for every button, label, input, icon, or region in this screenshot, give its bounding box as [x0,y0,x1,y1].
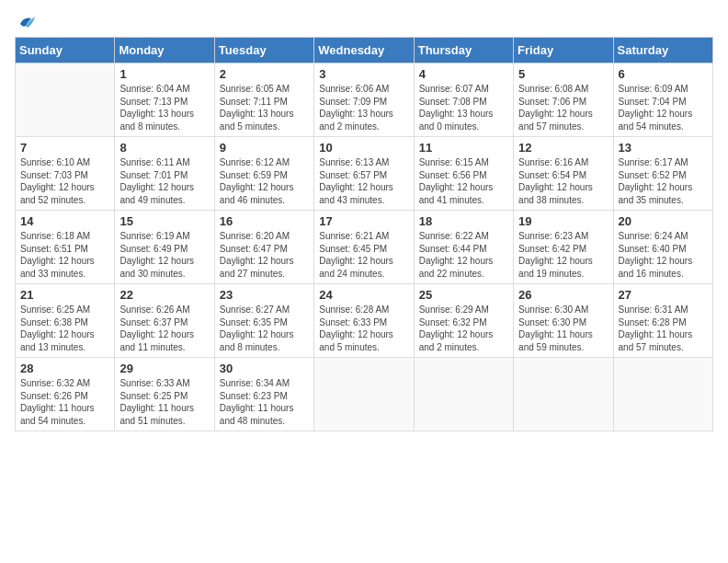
cell-info: Sunrise: 6:31 AM Sunset: 6:28 PM Dayligh… [619,304,708,353]
day-number: 25 [419,288,508,302]
page-header [15,15,713,29]
calendar-week-row: 14Sunrise: 6:18 AM Sunset: 6:51 PM Dayli… [16,211,713,284]
cell-info: Sunrise: 6:07 AM Sunset: 7:08 PM Dayligh… [419,83,508,132]
cell-info: Sunrise: 6:28 AM Sunset: 6:33 PM Dayligh… [319,304,408,353]
day-number: 27 [619,288,708,302]
calendar-cell [16,63,115,137]
day-number: 19 [518,214,608,228]
calendar-cell: 8Sunrise: 6:11 AM Sunset: 7:01 PM Daylig… [115,137,214,211]
calendar-week-row: 21Sunrise: 6:25 AM Sunset: 6:38 PM Dayli… [16,284,713,358]
calendar-cell: 19Sunrise: 6:23 AM Sunset: 6:42 PM Dayli… [514,211,613,284]
cell-info: Sunrise: 6:05 AM Sunset: 7:11 PM Dayligh… [220,83,309,132]
cell-info: Sunrise: 6:12 AM Sunset: 6:59 PM Dayligh… [220,156,309,206]
day-number: 24 [319,288,408,302]
calendar-cell: 27Sunrise: 6:31 AM Sunset: 6:28 PM Dayli… [613,284,712,358]
calendar-cell: 28Sunrise: 6:32 AM Sunset: 6:26 PM Dayli… [16,358,115,431]
calendar-cell: 4Sunrise: 6:07 AM Sunset: 7:08 PM Daylig… [414,63,513,137]
cell-info: Sunrise: 6:20 AM Sunset: 6:47 PM Dayligh… [220,230,309,280]
calendar-cell: 20Sunrise: 6:24 AM Sunset: 6:40 PM Dayli… [613,211,712,284]
calendar-table: SundayMondayTuesdayWednesdayThursdayFrid… [15,37,713,431]
day-number: 22 [119,288,209,302]
calendar-week-row: 28Sunrise: 6:32 AM Sunset: 6:26 PM Dayli… [16,358,713,431]
cell-info: Sunrise: 6:08 AM Sunset: 7:06 PM Dayligh… [518,83,608,132]
day-number: 9 [220,141,309,155]
cell-info: Sunrise: 6:24 AM Sunset: 6:40 PM Dayligh… [619,230,708,280]
calendar-cell: 22Sunrise: 6:26 AM Sunset: 6:37 PM Dayli… [115,284,214,358]
cell-info: Sunrise: 6:13 AM Sunset: 6:57 PM Dayligh… [319,156,408,206]
day-number: 3 [319,67,408,81]
day-number: 23 [220,288,309,302]
column-header-sunday: Sunday [16,38,115,63]
cell-info: Sunrise: 6:30 AM Sunset: 6:30 PM Dayligh… [518,304,608,353]
cell-info: Sunrise: 6:15 AM Sunset: 6:56 PM Dayligh… [419,156,508,206]
calendar-cell: 3Sunrise: 6:06 AM Sunset: 7:09 PM Daylig… [314,63,414,137]
calendar-cell: 9Sunrise: 6:12 AM Sunset: 6:59 PM Daylig… [214,137,313,211]
cell-info: Sunrise: 6:04 AM Sunset: 7:13 PM Dayligh… [119,83,209,132]
calendar-cell: 18Sunrise: 6:22 AM Sunset: 6:44 PM Dayli… [414,211,513,284]
day-number: 12 [518,141,608,155]
day-number: 14 [20,214,109,228]
cell-info: Sunrise: 6:09 AM Sunset: 7:04 PM Dayligh… [619,83,708,132]
day-number: 1 [119,67,209,81]
cell-info: Sunrise: 6:29 AM Sunset: 6:32 PM Dayligh… [419,304,508,353]
day-number: 29 [119,362,209,375]
day-number: 10 [319,141,408,155]
calendar-cell: 17Sunrise: 6:21 AM Sunset: 6:45 PM Dayli… [314,211,414,284]
calendar-cell: 24Sunrise: 6:28 AM Sunset: 6:33 PM Dayli… [314,284,414,358]
day-number: 26 [518,288,608,302]
cell-info: Sunrise: 6:06 AM Sunset: 7:09 PM Dayligh… [319,83,408,132]
calendar-cell: 23Sunrise: 6:27 AM Sunset: 6:35 PM Dayli… [214,284,313,358]
cell-info: Sunrise: 6:25 AM Sunset: 6:38 PM Dayligh… [20,304,109,353]
column-header-thursday: Thursday [414,38,513,63]
calendar-cell: 7Sunrise: 6:10 AM Sunset: 7:03 PM Daylig… [16,137,115,211]
day-number: 8 [119,141,209,155]
day-number: 13 [619,141,708,155]
day-number: 15 [119,214,209,228]
calendar-cell: 16Sunrise: 6:20 AM Sunset: 6:47 PM Dayli… [214,211,313,284]
calendar-cell: 12Sunrise: 6:16 AM Sunset: 6:54 PM Dayli… [514,137,613,211]
calendar-cell: 14Sunrise: 6:18 AM Sunset: 6:51 PM Dayli… [16,211,115,284]
calendar-cell [314,358,414,431]
cell-info: Sunrise: 6:26 AM Sunset: 6:37 PM Dayligh… [119,304,209,353]
calendar-cell: 29Sunrise: 6:33 AM Sunset: 6:25 PM Dayli… [115,358,214,431]
cell-info: Sunrise: 6:19 AM Sunset: 6:49 PM Dayligh… [119,230,209,280]
calendar-cell: 15Sunrise: 6:19 AM Sunset: 6:49 PM Dayli… [115,211,214,284]
column-header-saturday: Saturday [613,38,712,63]
calendar-cell: 26Sunrise: 6:30 AM Sunset: 6:30 PM Dayli… [514,284,613,358]
day-number: 20 [619,214,708,228]
calendar-week-row: 7Sunrise: 6:10 AM Sunset: 7:03 PM Daylig… [16,137,713,211]
column-header-friday: Friday [514,38,613,63]
logo-bird-icon [17,15,37,33]
calendar-cell: 25Sunrise: 6:29 AM Sunset: 6:32 PM Dayli… [414,284,513,358]
calendar-cell: 13Sunrise: 6:17 AM Sunset: 6:52 PM Dayli… [613,137,712,211]
cell-info: Sunrise: 6:17 AM Sunset: 6:52 PM Dayligh… [619,156,708,206]
cell-info: Sunrise: 6:33 AM Sunset: 6:25 PM Dayligh… [119,377,209,427]
calendar-cell [414,358,513,431]
column-header-monday: Monday [115,38,214,63]
calendar-cell: 6Sunrise: 6:09 AM Sunset: 7:04 PM Daylig… [613,63,712,137]
calendar-cell: 11Sunrise: 6:15 AM Sunset: 6:56 PM Dayli… [414,137,513,211]
cell-info: Sunrise: 6:27 AM Sunset: 6:35 PM Dayligh… [220,304,309,353]
day-number: 17 [319,214,408,228]
cell-info: Sunrise: 6:32 AM Sunset: 6:26 PM Dayligh… [20,377,109,427]
cell-info: Sunrise: 6:10 AM Sunset: 7:03 PM Dayligh… [20,156,109,206]
column-header-wednesday: Wednesday [314,38,414,63]
calendar-cell: 1Sunrise: 6:04 AM Sunset: 7:13 PM Daylig… [115,63,214,137]
calendar-cell: 30Sunrise: 6:34 AM Sunset: 6:23 PM Dayli… [214,358,313,431]
cell-info: Sunrise: 6:21 AM Sunset: 6:45 PM Dayligh… [319,230,408,280]
cell-info: Sunrise: 6:11 AM Sunset: 7:01 PM Dayligh… [119,156,209,206]
cell-info: Sunrise: 6:22 AM Sunset: 6:44 PM Dayligh… [419,230,508,280]
day-number: 4 [419,67,508,81]
day-number: 11 [419,141,508,155]
calendar-cell: 2Sunrise: 6:05 AM Sunset: 7:11 PM Daylig… [214,63,313,137]
day-number: 21 [20,288,109,302]
calendar-cell: 5Sunrise: 6:08 AM Sunset: 7:06 PM Daylig… [514,63,613,137]
day-number: 6 [619,67,708,81]
day-number: 7 [20,141,109,155]
column-header-tuesday: Tuesday [214,38,313,63]
cell-info: Sunrise: 6:16 AM Sunset: 6:54 PM Dayligh… [518,156,608,206]
day-number: 16 [220,214,309,228]
day-number: 5 [518,67,608,81]
calendar-header-row: SundayMondayTuesdayWednesdayThursdayFrid… [16,38,713,63]
day-number: 30 [220,362,309,375]
